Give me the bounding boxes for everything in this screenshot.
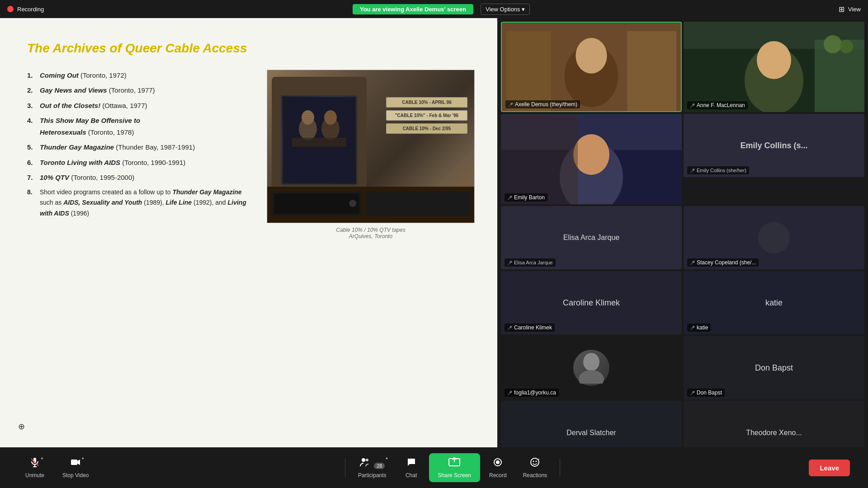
svg-rect-22 (815, 40, 864, 112)
participant-subname-caroline: Caroline Klimek (505, 324, 555, 332)
reactions-label: Reactions (523, 472, 547, 479)
grid-icon[interactable]: ⊞ (839, 5, 844, 14)
record-label: Record (489, 472, 507, 479)
participant-tile-caroline[interactable]: Caroline Klimek Caroline Klimek (501, 271, 682, 334)
svg-point-48 (533, 461, 534, 462)
participant-tile-emily-collins[interactable]: Emily Collins (s... Emily Collins (she/h… (684, 114, 864, 177)
participant-name-elisa: Elisa Arca Jarque (563, 234, 620, 242)
top-right-controls: ⊞ View (839, 5, 861, 14)
list-item: Coming Out (Toronto, 1972) (27, 70, 249, 81)
slide-image-area: CABLE 10% - APRIL 96 "CABLE 10%" - Feb &… (267, 70, 475, 239)
participants-icon: 28 ▲ (359, 457, 385, 470)
participant-name-caroline-large: Caroline Klimek (563, 298, 620, 308)
svg-point-42 (362, 458, 365, 462)
svg-point-10 (349, 200, 356, 207)
list-item: This Show May Be Offensive toHeterosexua… (27, 115, 249, 138)
tv-screen (281, 95, 358, 185)
tape-box-1: CABLE 10% - APRIL 96 (386, 97, 467, 108)
participant-subname-emily-collins: Emily Collins (she/her) (687, 166, 749, 174)
video-icon: ▲ (70, 457, 81, 470)
unmute-label: Unmute (25, 472, 44, 479)
participants-caret[interactable]: ▲ (385, 456, 389, 460)
participant-tile-emily-barton[interactable]: Emily Barton (501, 114, 682, 204)
foglia-avatar (573, 350, 609, 386)
participant-name-don-large: Don Bapst (755, 363, 793, 373)
toolbar-right: Leave (809, 460, 850, 476)
participants-button[interactable]: 28 ▲ Participants (351, 453, 394, 482)
participant-tile-axelle[interactable]: Axelle Demus (they/them) (501, 22, 682, 112)
participant-name-theo-large: Theodore Xeno... (746, 429, 802, 437)
unmute-caret[interactable]: ▲ (40, 456, 44, 460)
record-icon (492, 457, 503, 470)
participant-name-katie-large: katie (765, 298, 783, 308)
slide-image: CABLE 10% - APRIL 96 "CABLE 10%" - Feb &… (267, 70, 475, 223)
toolbar-left: ▲ Unmute ▲ Stop Video (18, 453, 96, 482)
svg-point-32 (583, 353, 599, 371)
reactions-button[interactable]: + Reactions (516, 453, 554, 482)
view-label[interactable]: View (848, 6, 861, 13)
toolbar-center: 28 ▲ Participants Chat Share Screen (96, 453, 809, 482)
tv-illustration (272, 77, 367, 203)
chevron-down-icon: ▾ (522, 6, 525, 13)
participant-tile-katie[interactable]: katie katie (684, 271, 864, 334)
svg-rect-29 (501, 114, 578, 204)
participant-tile-derval[interactable]: Derval Slatcher Derval Slatcher (501, 401, 682, 447)
leave-button[interactable]: Leave (809, 460, 850, 476)
participant-grid: Axelle Demus (they/them) Anne F. MacLenn… (501, 22, 864, 447)
recording-dot (7, 6, 14, 12)
record-button[interactable]: Record (482, 453, 514, 482)
participants-label: Participants (358, 472, 387, 479)
view-options-button[interactable]: View Options ▾ (481, 4, 530, 15)
participant-tile-anne[interactable]: Anne F. MacLennan (684, 22, 864, 112)
svg-rect-6 (283, 97, 355, 183)
svg-point-23 (824, 35, 842, 53)
stop-video-caret[interactable]: ▲ (81, 456, 85, 460)
chat-label: Chat (406, 472, 417, 479)
participant-tile-elisa[interactable]: Elisa Arca Jarque Elisa Arca Jarque (501, 206, 682, 269)
participants-panel: Axelle Demus (they/them) Anne F. MacLenn… (497, 18, 868, 447)
mute-icon-caroline (507, 324, 512, 331)
share-screen-icon (448, 457, 461, 470)
slide-caption: Cable 10% / 10% QTV tapes ArQuives, Toro… (267, 227, 475, 239)
participant-tile-theo[interactable]: Theodore Xeno... Theodore Xeno... (684, 401, 864, 447)
tape-stack: CABLE 10% - APRIL 96 "CABLE 10%" - Feb &… (386, 97, 467, 134)
list-item: Out of the Closets! (Ottawa, 1977) (27, 100, 249, 112)
participant-count: 28 (374, 463, 385, 469)
participant-tile-foglia[interactable]: foglia1@yorku.ca (501, 336, 682, 399)
mute-icon-don (690, 389, 695, 396)
share-screen-label: Share Screen (438, 472, 471, 479)
participant-subname-katie: katie (687, 324, 711, 332)
stop-video-label: Stop Video (62, 472, 89, 479)
tape-box-3: CABLE 10% - Dec 2/95 (386, 123, 467, 134)
participant-subname-don: Don Bapst (687, 389, 725, 397)
mute-icon-stacey (690, 259, 695, 266)
participant-name-emily-collins: Emily Collins (s... (740, 141, 807, 150)
chat-button[interactable]: Chat (396, 453, 427, 482)
svg-text:+: + (538, 457, 540, 461)
participant-tile-don[interactable]: Don Bapst Don Bapst (684, 336, 864, 399)
mute-icon-emily-barton (507, 194, 512, 201)
svg-point-21 (757, 41, 791, 79)
participant-name-axelle: Axelle Demus (they/them) (505, 100, 580, 108)
svg-point-1 (299, 117, 317, 140)
svg-point-4 (324, 110, 337, 125)
divider (345, 459, 345, 477)
stop-video-button[interactable]: ▲ Stop Video (55, 453, 96, 482)
participant-name-emily-barton: Emily Barton (505, 193, 547, 202)
mute-icon-axelle (508, 101, 513, 108)
mute-icon-katie (690, 324, 695, 331)
unmute-button[interactable]: ▲ Unmute (18, 453, 52, 482)
cursor-indicator: ⊕ (18, 420, 25, 434)
bottom-toolbar: ▲ Unmute ▲ Stop Video (0, 447, 868, 488)
svg-point-46 (496, 460, 500, 464)
svg-point-31 (758, 222, 790, 253)
participant-name-stacey: Stacey Copeland (she/... (687, 258, 759, 267)
reactions-icon: + (529, 457, 540, 470)
list-item: Thunder Gay Magazine (Thunder Bay, 1987-… (27, 141, 249, 153)
participant-tile-stacey[interactable]: Stacey Copeland (she/... (684, 206, 864, 269)
list-item: Short video programs created as a follow… (27, 187, 249, 219)
participant-name-anne: Anne F. MacLennan (687, 101, 748, 109)
svg-point-15 (576, 38, 607, 74)
share-screen-button[interactable]: Share Screen (429, 453, 480, 482)
slide-area: The Archives of Queer Cable Access Comin… (0, 18, 497, 447)
